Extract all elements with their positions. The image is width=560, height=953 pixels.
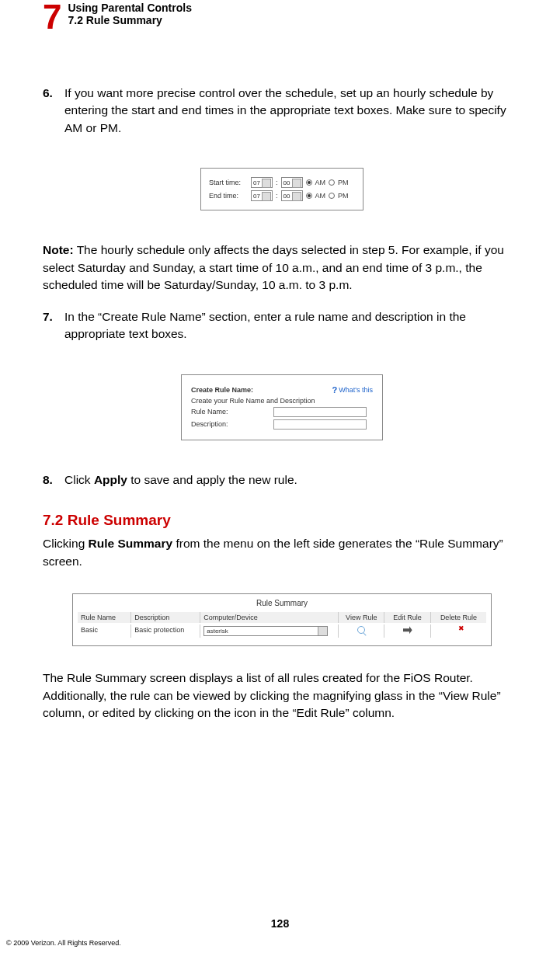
table-row: Basic Basic protection asterisk	[78, 623, 486, 638]
step-number: 8.	[43, 471, 64, 489]
step-7: 7. In the “Create Rule Name” section, en…	[43, 308, 521, 343]
edit-icon[interactable]	[403, 626, 412, 634]
question-icon: ?	[332, 385, 338, 395]
section-intro: Clicking Rule Summary from the menu on t…	[43, 535, 521, 570]
device-select[interactable]: asterisk	[203, 626, 328, 636]
col-device: Computer/Device	[200, 612, 339, 623]
chapter-title: Using Parental Controls	[68, 2, 191, 14]
rule-name-input[interactable]	[273, 407, 367, 417]
cell-edit	[384, 624, 430, 638]
header-text: Using Parental Controls 7.2 Rule Summary	[68, 0, 191, 26]
delete-icon[interactable]	[454, 626, 463, 634]
step-6: 6. If you want more precise control over…	[43, 85, 521, 137]
start-min-select[interactable]: 00	[281, 177, 303, 188]
end-pm-radio[interactable]	[329, 193, 335, 199]
col-edit: Edit Rule	[384, 612, 430, 623]
whats-this-link[interactable]: ? What's this	[332, 385, 373, 395]
start-pm-radio[interactable]	[329, 179, 335, 186]
am-label: AM	[315, 192, 326, 200]
create-rule-title: Create Rule Name:	[191, 386, 253, 394]
step-body: In the “Create Rule Name” section, enter…	[64, 308, 521, 343]
step-8: 8. Click Apply to save and apply the new…	[43, 471, 521, 489]
rule-name-label: Rule Name:	[191, 408, 269, 416]
chapter-number: 7	[43, 0, 60, 34]
magnifier-icon[interactable]	[357, 626, 365, 634]
cell-device: asterisk	[200, 624, 339, 638]
whats-this-label: What's this	[339, 386, 373, 394]
col-delete: Delete Rule	[431, 612, 486, 623]
note-paragraph: Note: The hourly schedule only affects t…	[43, 242, 521, 294]
am-label: AM	[315, 179, 326, 186]
end-am-radio[interactable]	[306, 193, 312, 199]
create-rule-subtitle: Create your Rule Name and Description	[191, 397, 315, 405]
time-colon: :	[276, 179, 278, 186]
start-am-radio[interactable]	[306, 179, 312, 186]
cell-rule-name: Basic	[78, 624, 131, 638]
description-input[interactable]	[273, 419, 367, 430]
step-number: 6.	[43, 85, 64, 102]
page-number: 128	[0, 917, 560, 930]
step-body: If you want more precise control over th…	[64, 85, 521, 137]
col-rule-name: Rule Name	[78, 612, 131, 623]
pm-label: PM	[338, 179, 349, 186]
table-header-row: Rule Name Description Computer/Device Vi…	[78, 612, 486, 623]
col-description: Description	[131, 612, 200, 623]
page-header: 7 Using Parental Controls 7.2 Rule Summa…	[43, 0, 521, 34]
table-title: Rule Summary	[78, 599, 486, 607]
step-number: 7.	[43, 308, 64, 325]
section-heading: 7.2 Rule Summary	[43, 512, 521, 529]
col-view: View Rule	[339, 612, 384, 623]
description-label: Description:	[191, 420, 269, 428]
figure-rule-summary-table: Rule Summary Rule Name Description Compu…	[43, 593, 521, 646]
note-label: Note:	[43, 243, 74, 256]
start-hour-select[interactable]: 07	[251, 177, 273, 188]
figure-create-rule-name: Create Rule Name: ? What's this Create y…	[43, 374, 521, 440]
cell-view	[339, 624, 384, 638]
time-colon: :	[276, 192, 278, 200]
step-body: Click Apply to save and apply the new ru…	[64, 471, 521, 489]
start-time-label: Start time:	[209, 179, 248, 186]
copyright: © 2009 Verizon. All Rights Reserved.	[6, 939, 121, 947]
figure-time-schedule: Start time: 07 : 00 AM PM End time: 07 :…	[43, 168, 521, 210]
section-breadcrumb: 7.2 Rule Summary	[68, 14, 191, 26]
section-description: The Rule Summary screen displays a list …	[43, 670, 521, 722]
cell-description: Basic protection	[131, 624, 200, 638]
cell-delete	[431, 624, 486, 638]
end-min-select[interactable]: 00	[281, 190, 303, 201]
pm-label: PM	[338, 192, 349, 200]
note-body: The hourly schedule only affects the day…	[43, 243, 504, 291]
end-time-label: End time:	[209, 192, 248, 200]
end-hour-select[interactable]: 07	[251, 190, 273, 201]
